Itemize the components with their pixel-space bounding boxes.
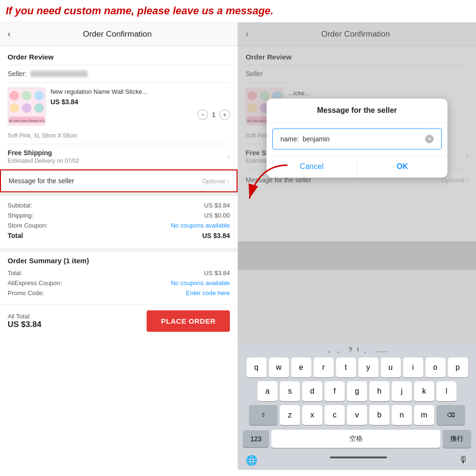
kb-shift[interactable]: ⇧: [249, 405, 278, 425]
kb-d[interactable]: d: [302, 381, 322, 401]
product-row: Hello! The color you choose is Soft Pink…: [0, 83, 238, 130]
kb-g[interactable]: g: [347, 381, 367, 401]
summary-total-value: US $3.84: [204, 269, 230, 277]
kb-u[interactable]: u: [381, 357, 401, 377]
divider-full-1: [0, 192, 238, 196]
dialog-ok-button[interactable]: OK: [357, 156, 448, 178]
all-total-value: US $3.84: [8, 320, 41, 329]
kb-l[interactable]: l: [436, 381, 456, 401]
shipping-cost-label: Shipping:: [8, 212, 33, 219]
order-summary-section: Order Summary (1 item) Total: US $3.84 A…: [0, 252, 238, 304]
kb-e[interactable]: e: [291, 357, 311, 377]
message-optional: Optional ›: [202, 178, 229, 185]
seller-name-blurred: [30, 70, 88, 77]
store-coupon-value[interactable]: No coupons available: [171, 222, 230, 229]
summary-total-label: Total:: [8, 269, 22, 277]
kb-q[interactable]: q: [247, 357, 267, 377]
kb-period[interactable]: 。: [337, 346, 344, 355]
kb-y[interactable]: y: [358, 357, 378, 377]
product-info: New regulation Name Wall Sticke... US $3…: [50, 88, 230, 126]
dialog-input-row[interactable]: ✕: [272, 129, 442, 149]
kb-p[interactable]: p: [448, 357, 468, 377]
left-back-button[interactable]: ‹: [8, 29, 10, 39]
shipping-row[interactable]: Free Shipping Estimated Delivery on 07/0…: [0, 144, 238, 169]
promo-value[interactable]: Enter code here: [186, 289, 230, 297]
kb-j[interactable]: j: [392, 381, 412, 401]
kb-switch-button[interactable]: 換行: [443, 430, 471, 448]
mic-icon[interactable]: 🎙: [459, 455, 468, 466]
kb-n[interactable]: n: [392, 405, 412, 425]
aliexpress-coupon-value[interactable]: No coupons available: [171, 279, 230, 287]
svg-text:Hello! The color you choose is: Hello! The color you choose is Soft Pink: [8, 119, 45, 123]
promo-row: Promo Code: Enter code here: [8, 289, 230, 297]
optional-text: Optional: [202, 178, 225, 185]
shipping-cost-value: US $0.00: [204, 212, 230, 219]
shipping-sub: Estimated Delivery on 07/02: [8, 158, 79, 164]
keyboard: ， 。 ? ! 、 …… q w e r t y u i o p: [238, 343, 476, 470]
kb-r[interactable]: r: [314, 357, 334, 377]
qty-row: − 1 +: [50, 109, 230, 120]
kb-m[interactable]: m: [414, 405, 434, 425]
svg-point-6: [34, 103, 44, 113]
red-arrow-svg: [245, 160, 297, 208]
subtotal-label: Subtotal:: [8, 202, 32, 209]
seller-row: Seller:: [0, 65, 238, 82]
kb-c[interactable]: c: [325, 405, 345, 425]
keyboard-row-2: a s d f g h j k l: [238, 379, 476, 403]
product-price: US $3.84: [50, 98, 230, 106]
kb-h[interactable]: h: [369, 381, 389, 401]
shipping-cost-row: Shipping: US $0.00: [8, 212, 230, 219]
store-coupon-label: Store Coupon:: [8, 222, 48, 229]
kb-delete[interactable]: ⌫: [436, 405, 465, 425]
keyboard-row-3: ⇧ z x c v b n m ⌫: [238, 403, 476, 427]
promo-label: Promo Code:: [8, 289, 44, 297]
kb-x[interactable]: x: [302, 405, 322, 425]
kb-question[interactable]: ?: [348, 346, 352, 355]
place-order-button[interactable]: PLACE ORDER: [147, 310, 230, 332]
message-for-seller-row[interactable]: Message for the seller Optional ›: [0, 169, 238, 192]
kb-i[interactable]: i: [403, 357, 423, 377]
kb-w[interactable]: w: [269, 357, 289, 377]
kb-b[interactable]: b: [369, 405, 389, 425]
summary-title: Order Summary (1 item): [8, 257, 230, 265]
kb-t[interactable]: t: [336, 357, 356, 377]
kb-f[interactable]: f: [325, 381, 345, 401]
qty-increase-btn[interactable]: +: [219, 109, 230, 120]
dialog-input-field[interactable]: [280, 135, 425, 143]
total-label: Total: [8, 232, 23, 239]
globe-icon[interactable]: 🌐: [246, 455, 258, 466]
qty-value: 1: [212, 111, 216, 119]
message-chevron-icon: ›: [227, 178, 229, 185]
kb-space-button[interactable]: 空格: [271, 430, 440, 448]
kb-ellipsis[interactable]: ……: [375, 346, 388, 355]
qty-decrease-btn[interactable]: −: [198, 109, 208, 120]
store-coupon-row: Store Coupon: No coupons available: [8, 222, 230, 229]
kb-exclaim[interactable]: !: [357, 346, 359, 355]
kb-s[interactable]: s: [280, 381, 300, 401]
svg-point-3: [34, 91, 44, 100]
svg-point-2: [22, 91, 31, 100]
kb-k[interactable]: k: [414, 381, 434, 401]
bottom-action-row: All Total: US $3.84 PLACE ORDER: [0, 304, 238, 337]
totals-section: Subtotal: US $3.84 Shipping: US $0.00 St…: [0, 196, 238, 248]
kb-comma[interactable]: ，: [326, 346, 332, 355]
kb-z[interactable]: z: [280, 405, 300, 425]
kb-a[interactable]: a: [258, 381, 278, 401]
kb-v[interactable]: v: [347, 405, 367, 425]
product-name: New regulation Name Wall Sticke...: [50, 88, 230, 96]
subtotal-value: US $3.84: [204, 202, 230, 209]
all-total-info: All Total: US $3.84: [8, 313, 41, 329]
kb-o[interactable]: o: [426, 357, 446, 377]
message-label: Message for the seller: [9, 177, 74, 185]
keyboard-symbol-row: ， 。 ? ! 、 ……: [238, 343, 476, 356]
arrow-overlay: [245, 160, 297, 210]
left-panel: ‹ Order Confirmation Order Review Seller…: [0, 22, 238, 470]
kb-enumcomma[interactable]: 、: [364, 346, 370, 355]
left-panel-title: Order Confirmation: [16, 30, 218, 39]
banner-text: If you need custom name, please leave us…: [6, 5, 470, 17]
kb-123-button[interactable]: 123: [243, 430, 269, 447]
svg-point-1: [10, 91, 19, 100]
all-total-label: All Total:: [8, 313, 41, 320]
svg-point-4: [10, 103, 19, 113]
clear-input-button[interactable]: ✕: [425, 135, 434, 143]
